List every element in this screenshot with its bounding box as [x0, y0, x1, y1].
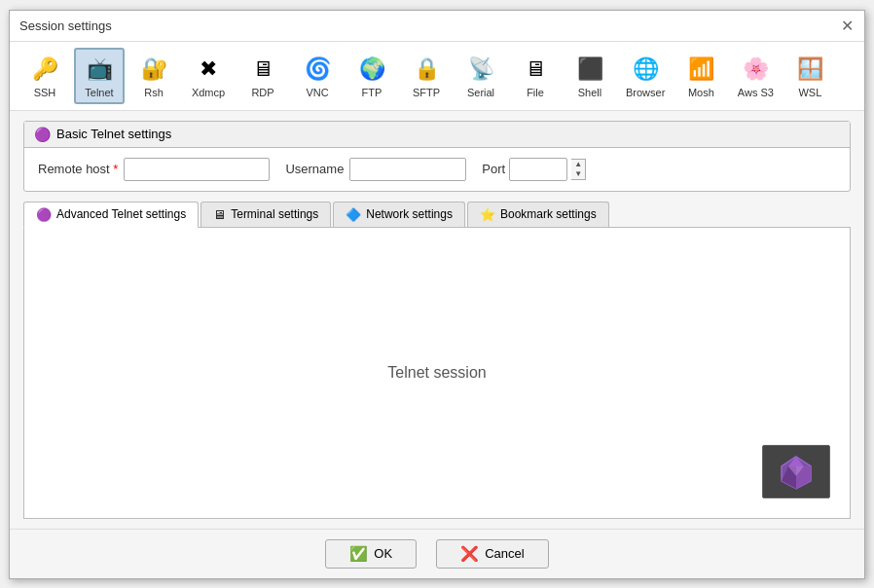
ok-label: OK: [374, 546, 392, 561]
port-up-button[interactable]: ▲: [571, 160, 585, 169]
remote-host-group: Remote host *: [38, 158, 270, 181]
session-icon-aws_s3[interactable]: 🌸 Aws S3: [730, 49, 781, 103]
icon-label-ftp: FTP: [362, 87, 382, 98]
cancel-label: Cancel: [485, 546, 524, 561]
icon-img-wsl: 🪟: [794, 54, 825, 85]
tab-icon-bookmark: ⭐: [480, 207, 495, 222]
session-label: Telnet session: [387, 364, 486, 382]
tab-icon-advanced: 🟣: [36, 207, 52, 222]
icon-img-rsh: 🔐: [138, 54, 169, 85]
icon-img-sftp: 🔒: [411, 54, 442, 85]
remote-host-input[interactable]: [124, 158, 270, 181]
session-thumbnail: [762, 445, 830, 498]
session-icon-ftp[interactable]: 🌍 FTP: [346, 49, 397, 103]
icon-img-ssh: 🔑: [29, 54, 60, 85]
window-title: Session settings: [19, 18, 112, 33]
icon-img-browser: 🌐: [630, 54, 661, 85]
session-icon-rsh[interactable]: 🔐 Rsh: [128, 49, 179, 103]
port-label: Port: [482, 162, 505, 176]
tab-network[interactable]: 🔷 Network settings: [333, 202, 465, 227]
username-input[interactable]: [349, 158, 466, 181]
tabs-header: 🟣 Advanced Telnet settings 🖥 Terminal se…: [23, 202, 851, 228]
session-icon-xdmcp[interactable]: ✖ Xdmcp: [183, 49, 234, 103]
basic-settings-title: Basic Telnet settings: [56, 127, 171, 141]
icon-label-vnc: VNC: [306, 87, 328, 98]
session-icon-sftp[interactable]: 🔒 SFTP: [401, 49, 452, 103]
session-icon-serial[interactable]: 📡 Serial: [455, 49, 506, 103]
icon-label-ssh: SSH: [34, 87, 56, 98]
session-type-icons: 🔑 SSH 📺 Telnet 🔐 Rsh ✖ Xdmcp 🖥 RDP 🌀 VNC…: [10, 42, 864, 111]
tab-icon-terminal: 🖥: [213, 207, 226, 222]
tab-icon-network: 🔷: [346, 207, 361, 222]
icon-label-wsl: WSL: [798, 87, 821, 98]
session-icon-telnet[interactable]: 📺 Telnet: [74, 48, 125, 104]
icon-label-rsh: Rsh: [144, 87, 164, 98]
session-settings-window: Session settings ✕ 🔑 SSH 📺 Telnet 🔐 Rsh …: [9, 10, 865, 579]
tab-label-terminal: Terminal settings: [231, 207, 318, 221]
footer: ✅ OK ❌ Cancel: [10, 529, 864, 578]
port-spinner[interactable]: ▲ ▼: [571, 159, 586, 180]
icon-label-sftp: SFTP: [413, 87, 440, 98]
session-icon-rdp[interactable]: 🖥 RDP: [237, 49, 288, 103]
username-group: Username: [285, 158, 466, 181]
session-icon-ssh[interactable]: 🔑 SSH: [19, 49, 70, 103]
cancel-button[interactable]: ❌ Cancel: [436, 539, 548, 569]
port-down-button[interactable]: ▼: [571, 169, 585, 179]
icon-img-telnet: 📺: [84, 54, 115, 85]
icon-label-browser: Browser: [626, 87, 665, 98]
close-button[interactable]: ✕: [839, 18, 855, 33]
port-input[interactable]: 23: [509, 158, 567, 181]
icon-label-rdp: RDP: [251, 87, 273, 98]
icon-label-aws_s3: Aws S3: [738, 87, 774, 98]
icon-label-file: File: [527, 87, 544, 98]
basic-settings-body: Remote host * Username Port 23 ▲ ▼: [24, 148, 850, 191]
session-icon-vnc[interactable]: 🌀 VNC: [292, 49, 343, 103]
content-area: 🟣 Basic Telnet settings Remote host * Us…: [10, 111, 864, 529]
icon-label-shell: Shell: [578, 87, 601, 98]
session-icon-browser[interactable]: 🌐 Browser: [619, 49, 672, 103]
ok-icon: ✅: [349, 545, 368, 563]
gem-icon: [777, 452, 816, 491]
cancel-icon: ❌: [460, 545, 479, 563]
tabs-area: 🟣 Advanced Telnet settings 🖥 Terminal se…: [23, 202, 851, 519]
username-label: Username: [285, 162, 344, 176]
icon-img-xdmcp: ✖: [193, 54, 224, 85]
required-marker: *: [113, 162, 118, 176]
ok-button[interactable]: ✅ OK: [325, 539, 417, 569]
icon-img-vnc: 🌀: [302, 54, 333, 85]
icon-img-serial: 📡: [465, 54, 496, 85]
session-icon-wsl[interactable]: 🪟 WSL: [784, 49, 835, 103]
icon-img-shell: ⬛: [574, 54, 605, 85]
titlebar: Session settings ✕: [10, 11, 864, 42]
tab-content: Telnet session: [23, 228, 851, 519]
tab-terminal[interactable]: 🖥 Terminal settings: [200, 202, 331, 227]
basic-settings-header: 🟣 Basic Telnet settings: [24, 122, 850, 148]
tab-label-bookmark: Bookmark settings: [500, 207, 597, 221]
session-icon-file[interactable]: 🖥 File: [510, 49, 561, 103]
port-group: Port 23 ▲ ▼: [482, 158, 586, 181]
icon-img-file: 🖥: [520, 54, 551, 85]
basic-settings-icon: 🟣: [34, 127, 51, 142]
basic-settings-box: 🟣 Basic Telnet settings Remote host * Us…: [23, 121, 851, 192]
icon-label-serial: Serial: [467, 87, 494, 98]
icon-label-xdmcp: Xdmcp: [192, 87, 225, 98]
icon-img-ftp: 🌍: [356, 54, 387, 85]
remote-host-label: Remote host *: [38, 162, 118, 176]
session-icon-mosh[interactable]: 📶 Mosh: [675, 49, 726, 103]
tab-bookmark[interactable]: ⭐ Bookmark settings: [467, 202, 609, 227]
icon-label-telnet: Telnet: [85, 87, 113, 98]
icon-img-rdp: 🖥: [247, 54, 278, 85]
session-icon-shell[interactable]: ⬛ Shell: [564, 49, 615, 103]
icon-label-mosh: Mosh: [688, 87, 714, 98]
icon-img-aws_s3: 🌸: [740, 54, 771, 85]
tab-label-network: Network settings: [366, 207, 453, 221]
icon-img-mosh: 📶: [685, 54, 716, 85]
tab-label-advanced: Advanced Telnet settings: [56, 207, 186, 221]
tab-advanced[interactable]: 🟣 Advanced Telnet settings: [23, 202, 199, 228]
